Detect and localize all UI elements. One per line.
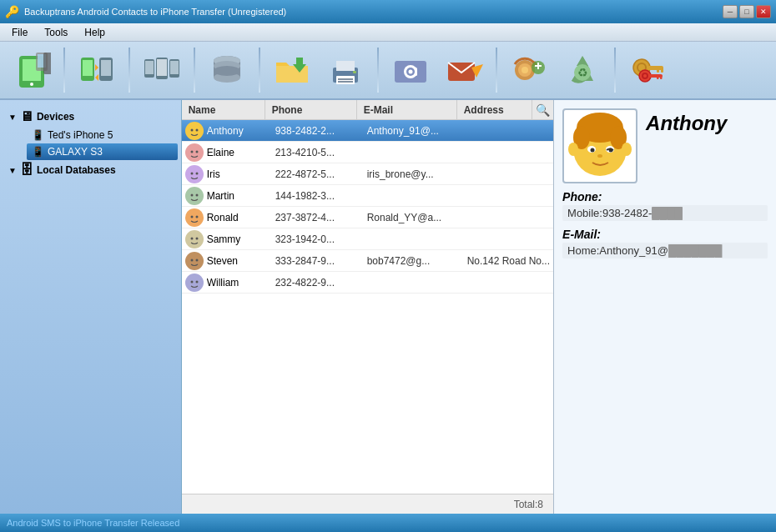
list-footer: Total:8 xyxy=(182,494,553,514)
svg-rect-53 xyxy=(657,75,659,79)
svg-rect-15 xyxy=(157,59,167,76)
toolbar-android-btn[interactable] xyxy=(7,46,57,94)
svg-rect-48 xyxy=(657,68,659,73)
svg-point-58 xyxy=(187,145,202,160)
sidebar-localdb-header[interactable]: ▼ 🗄 Local Databases xyxy=(3,160,178,180)
galaxy-icon: 📱 xyxy=(32,146,44,158)
svg-point-66 xyxy=(195,193,198,196)
col-header-name: Name xyxy=(182,100,265,119)
contact-row[interactable]: Steven333-2847-9...bob7472@g...No.142 Ro… xyxy=(182,250,553,272)
contact-phone: 237-3872-4... xyxy=(272,212,364,223)
detail-avatar xyxy=(562,108,637,183)
localdb-arrow-icon: ▼ xyxy=(8,166,17,175)
svg-point-76 xyxy=(187,275,202,290)
toolbar-database-btn[interactable] xyxy=(202,46,252,94)
contact-row[interactable]: Elaine213-4210-5... xyxy=(182,142,553,163)
title-bar-left: 🔑 Backuptrans Android Contacts to iPhone… xyxy=(5,5,286,18)
detail-email-value: Home:Anthony_91@███████ xyxy=(562,243,768,258)
svg-point-71 xyxy=(190,237,193,239)
svg-point-87 xyxy=(597,154,602,158)
contact-avatar xyxy=(185,208,204,227)
toolbar-phones-btn[interactable] xyxy=(137,46,187,94)
contact-row[interactable]: Sammy323-1942-0... xyxy=(182,228,553,250)
menu-help[interactable]: Help xyxy=(76,25,113,40)
contact-name: Sammy xyxy=(207,233,272,245)
contact-name: Steven xyxy=(207,255,272,267)
contact-phone: 232-4822-9... xyxy=(272,277,364,289)
detail-phone-section: Phone: Mobile:938-2482-████ xyxy=(562,190,768,221)
contact-row[interactable]: Martin144-1982-3... xyxy=(182,185,553,207)
detail-phone-label: Phone: xyxy=(562,190,768,203)
detail-panel: Anthony Phone: Mobile:938-2482-████ E-Ma… xyxy=(554,100,776,514)
devices-arrow-icon: ▼ xyxy=(8,113,17,122)
svg-point-2 xyxy=(30,83,33,86)
sidebar-iphone[interactable]: 📱 Ted's iPhone 5 xyxy=(27,127,178,143)
svg-point-23 xyxy=(214,66,240,76)
svg-rect-29 xyxy=(338,81,353,83)
contact-row[interactable]: Anthony938-2482-2...Anthony_91@... xyxy=(182,120,553,142)
phone-redacted: ████ xyxy=(652,207,683,219)
minimize-button[interactable]: ─ xyxy=(723,5,738,18)
total-count: Total:8 xyxy=(514,499,543,510)
sidebar-galaxy[interactable]: 📱 GALAXY S3 xyxy=(27,143,178,160)
search-icon[interactable]: 🔍 xyxy=(532,102,553,118)
contact-name: Martin xyxy=(207,190,272,202)
detail-name: Anthony xyxy=(646,108,768,135)
title-bar: 🔑 Backuptrans Android Contacts to iPhone… xyxy=(0,0,776,23)
status-bar: Android SMS to iPhone Transfer Released xyxy=(0,514,776,532)
svg-point-73 xyxy=(187,253,202,269)
svg-rect-7 xyxy=(83,60,93,76)
contact-phone: 222-4872-5... xyxy=(272,168,364,180)
detail-header: Anthony xyxy=(562,108,768,183)
status-text: Android SMS to iPhone Transfer Released xyxy=(7,518,179,528)
svg-point-70 xyxy=(187,232,202,247)
main-content: ▼ 🖥 Devices 📱 Ted's iPhone 5 📱 GALAXY S3… xyxy=(0,100,776,514)
svg-point-60 xyxy=(195,150,198,153)
toolbar-email-send-btn[interactable] xyxy=(439,46,489,94)
toolbar-print-btn[interactable] xyxy=(320,46,370,94)
title-text: Backuptrans Android Contacts to iPhone T… xyxy=(24,7,286,17)
toolbar-sync-btn[interactable] xyxy=(504,46,554,94)
detail-email-section: E-Mail: Home:Anthony_91@███████ xyxy=(562,228,768,258)
svg-rect-54 xyxy=(660,75,663,79)
contact-avatar xyxy=(185,274,204,292)
toolbar-sep-3 xyxy=(194,48,195,93)
svg-point-50 xyxy=(639,70,651,82)
svg-point-34 xyxy=(409,70,413,74)
contact-avatar xyxy=(185,143,204,162)
menu-file[interactable]: File xyxy=(3,25,36,40)
maximize-button[interactable]: □ xyxy=(739,5,754,18)
svg-rect-9 xyxy=(101,60,111,76)
contact-row[interactable]: Iris222-4872-5...iris_brone@y... xyxy=(182,163,553,185)
detail-phone-value: Mobile:938-2482-████ xyxy=(562,205,768,221)
contact-avatar xyxy=(185,230,204,248)
svg-point-59 xyxy=(190,150,193,153)
close-button[interactable]: ✕ xyxy=(756,5,771,18)
galaxy-label: GALAXY S3 xyxy=(48,146,103,158)
svg-point-77 xyxy=(190,280,193,283)
contact-list-header: Name Phone E-Mail Address 🔍 xyxy=(182,100,553,120)
contact-phone: 213-4210-5... xyxy=(272,147,364,158)
toolbar-sep-4 xyxy=(259,48,260,93)
toolbar-keys-btn[interactable] xyxy=(622,46,673,94)
devices-label: Devices xyxy=(37,111,74,123)
toolbar-recycle-btn[interactable]: ♻ xyxy=(557,46,607,94)
sidebar-children: 📱 Ted's iPhone 5 📱 GALAXY S3 xyxy=(3,127,178,160)
iphone-icon: 📱 xyxy=(32,129,44,141)
menu-tools[interactable]: Tools xyxy=(36,25,76,40)
svg-marker-10 xyxy=(95,64,98,71)
svg-point-72 xyxy=(195,237,198,239)
toolbar-email-at-btn[interactable] xyxy=(385,46,436,94)
svg-point-67 xyxy=(187,210,202,225)
toolbar-transfer-btn[interactable] xyxy=(72,46,122,94)
contact-phone: 323-1942-0... xyxy=(272,233,364,245)
contact-name: Elaine xyxy=(207,147,272,158)
svg-rect-5 xyxy=(43,53,51,74)
contact-row[interactable]: William232-4822-9... xyxy=(182,272,553,294)
contact-row[interactable]: Ronald237-3872-4...Ronald_YY@a... xyxy=(182,207,553,228)
toolbar-export-btn[interactable] xyxy=(267,46,317,94)
toolbar-sep-1 xyxy=(63,48,65,93)
contact-list: Anthony938-2482-2...Anthony_91@... Elain… xyxy=(182,120,553,494)
sidebar-devices-header[interactable]: ▼ 🖥 Devices xyxy=(3,107,178,127)
svg-point-69 xyxy=(195,215,198,218)
